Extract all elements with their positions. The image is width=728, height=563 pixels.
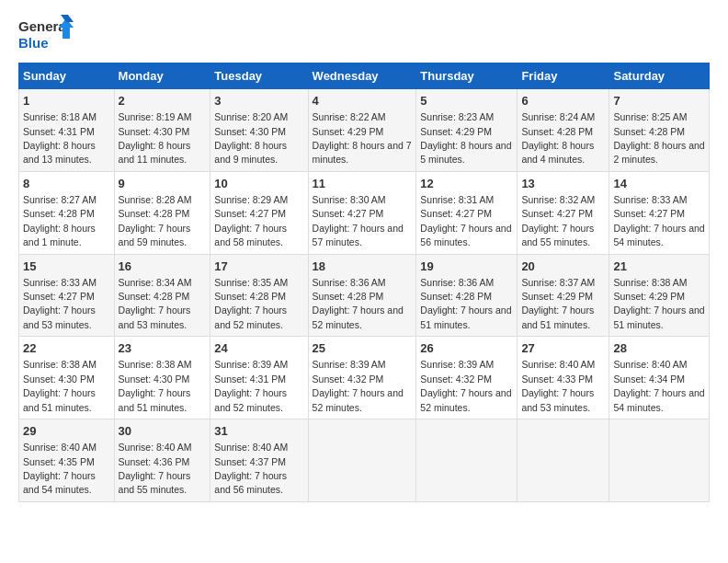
calendar-cell: 13 Sunrise: 8:32 AMSunset: 4:27 PMDaylig… xyxy=(518,171,609,254)
logo-svg: General Blue xyxy=(18,15,74,55)
day-info: Sunrise: 8:37 AMSunset: 4:29 PMDaylight:… xyxy=(521,277,595,330)
calendar-cell xyxy=(416,419,518,502)
day-number: 28 xyxy=(613,340,705,357)
calendar-cell: 18 Sunrise: 8:36 AMSunset: 4:28 PMDaylig… xyxy=(308,254,416,337)
day-number: 21 xyxy=(613,259,705,275)
calendar-cell: 7 Sunrise: 8:25 AMSunset: 4:28 PMDayligh… xyxy=(609,89,710,172)
week-row-1: 1 Sunrise: 8:18 AMSunset: 4:31 PMDayligh… xyxy=(19,89,710,172)
day-info: Sunrise: 8:39 AMSunset: 4:32 PMDaylight:… xyxy=(420,359,511,412)
calendar-cell: 5 Sunrise: 8:23 AMSunset: 4:29 PMDayligh… xyxy=(416,89,518,172)
week-row-5: 29 Sunrise: 8:40 AMSunset: 4:35 PMDaylig… xyxy=(19,419,710,502)
day-info: Sunrise: 8:38 AMSunset: 4:29 PMDaylight:… xyxy=(613,277,704,330)
day-info: Sunrise: 8:31 AMSunset: 4:27 PMDaylight:… xyxy=(420,194,511,247)
calendar-cell: 19 Sunrise: 8:36 AMSunset: 4:28 PMDaylig… xyxy=(416,254,518,337)
day-number: 16 xyxy=(119,259,207,275)
day-info: Sunrise: 8:38 AMSunset: 4:30 PMDaylight:… xyxy=(23,359,97,412)
day-info: Sunrise: 8:40 AMSunset: 4:35 PMDaylight:… xyxy=(23,442,97,495)
day-number: 17 xyxy=(214,259,303,275)
week-row-4: 22 Sunrise: 8:38 AMSunset: 4:30 PMDaylig… xyxy=(19,337,710,419)
calendar-cell: 4 Sunrise: 8:22 AMSunset: 4:29 PMDayligh… xyxy=(308,89,416,172)
day-info: Sunrise: 8:23 AMSunset: 4:29 PMDaylight:… xyxy=(420,111,511,165)
header-tuesday: Tuesday xyxy=(210,63,308,89)
calendar-cell: 9 Sunrise: 8:28 AMSunset: 4:28 PMDayligh… xyxy=(114,171,210,254)
day-number: 27 xyxy=(521,340,605,357)
day-info: Sunrise: 8:18 AMSunset: 4:31 PMDaylight:… xyxy=(23,111,97,165)
day-info: Sunrise: 8:40 AMSunset: 4:34 PMDaylight:… xyxy=(613,359,704,412)
day-number: 14 xyxy=(613,176,705,192)
calendar-cell xyxy=(518,419,609,502)
day-info: Sunrise: 8:40 AMSunset: 4:33 PMDaylight:… xyxy=(521,359,595,412)
day-info: Sunrise: 8:24 AMSunset: 4:28 PMDaylight:… xyxy=(521,111,595,165)
header-saturday: Saturday xyxy=(609,63,710,89)
day-number: 18 xyxy=(313,259,413,275)
logo: General Blue xyxy=(18,15,74,55)
day-number: 6 xyxy=(521,93,605,109)
day-number: 9 xyxy=(119,176,207,192)
header-friday: Friday xyxy=(518,63,609,89)
day-info: Sunrise: 8:28 AMSunset: 4:28 PMDaylight:… xyxy=(119,194,192,247)
calendar-table: SundayMondayTuesdayWednesdayThursdayFrid… xyxy=(18,63,710,502)
calendar-cell: 25 Sunrise: 8:39 AMSunset: 4:32 PMDaylig… xyxy=(308,337,416,419)
calendar-cell xyxy=(308,419,416,502)
header-wednesday: Wednesday xyxy=(308,63,416,89)
calendar-cell: 28 Sunrise: 8:40 AMSunset: 4:34 PMDaylig… xyxy=(609,337,710,419)
calendar-cell: 11 Sunrise: 8:30 AMSunset: 4:27 PMDaylig… xyxy=(308,171,416,254)
calendar-cell: 10 Sunrise: 8:29 AMSunset: 4:27 PMDaylig… xyxy=(210,171,308,254)
day-info: Sunrise: 8:27 AMSunset: 4:28 PMDaylight:… xyxy=(23,194,97,247)
day-number: 30 xyxy=(119,423,207,440)
day-number: 11 xyxy=(313,176,413,192)
day-info: Sunrise: 8:30 AMSunset: 4:27 PMDaylight:… xyxy=(313,194,404,247)
day-number: 26 xyxy=(420,340,513,357)
day-number: 25 xyxy=(313,340,413,357)
day-info: Sunrise: 8:35 AMSunset: 4:28 PMDaylight:… xyxy=(214,277,288,330)
calendar-cell: 3 Sunrise: 8:20 AMSunset: 4:30 PMDayligh… xyxy=(210,89,308,172)
day-number: 8 xyxy=(23,176,110,192)
header-sunday: Sunday xyxy=(19,63,115,89)
day-number: 19 xyxy=(420,259,513,275)
day-info: Sunrise: 8:22 AMSunset: 4:29 PMDaylight:… xyxy=(313,111,412,165)
day-number: 3 xyxy=(214,93,303,109)
day-number: 2 xyxy=(119,93,207,109)
header-row: SundayMondayTuesdayWednesdayThursdayFrid… xyxy=(19,63,710,89)
page-header: General Blue xyxy=(18,15,710,55)
calendar-cell: 14 Sunrise: 8:33 AMSunset: 4:27 PMDaylig… xyxy=(609,171,710,254)
header-thursday: Thursday xyxy=(416,63,518,89)
calendar-cell: 17 Sunrise: 8:35 AMSunset: 4:28 PMDaylig… xyxy=(210,254,308,337)
day-info: Sunrise: 8:33 AMSunset: 4:27 PMDaylight:… xyxy=(23,277,97,330)
day-info: Sunrise: 8:40 AMSunset: 4:37 PMDaylight:… xyxy=(214,442,288,495)
day-info: Sunrise: 8:39 AMSunset: 4:31 PMDaylight:… xyxy=(214,359,288,412)
calendar-cell: 6 Sunrise: 8:24 AMSunset: 4:28 PMDayligh… xyxy=(518,89,609,172)
calendar-cell: 23 Sunrise: 8:38 AMSunset: 4:30 PMDaylig… xyxy=(114,337,210,419)
day-number: 31 xyxy=(214,423,303,440)
calendar-cell: 15 Sunrise: 8:33 AMSunset: 4:27 PMDaylig… xyxy=(19,254,115,337)
day-number: 7 xyxy=(613,93,705,109)
calendar-cell: 16 Sunrise: 8:34 AMSunset: 4:28 PMDaylig… xyxy=(114,254,210,337)
day-number: 15 xyxy=(23,259,110,275)
day-number: 1 xyxy=(23,93,110,109)
day-number: 5 xyxy=(420,93,513,109)
calendar-cell: 1 Sunrise: 8:18 AMSunset: 4:31 PMDayligh… xyxy=(19,89,115,172)
calendar-cell: 2 Sunrise: 8:19 AMSunset: 4:30 PMDayligh… xyxy=(114,89,210,172)
day-number: 29 xyxy=(23,423,110,440)
calendar-cell: 26 Sunrise: 8:39 AMSunset: 4:32 PMDaylig… xyxy=(416,337,518,419)
day-info: Sunrise: 8:25 AMSunset: 4:28 PMDaylight:… xyxy=(613,111,704,165)
day-info: Sunrise: 8:29 AMSunset: 4:27 PMDaylight:… xyxy=(214,194,288,247)
day-info: Sunrise: 8:36 AMSunset: 4:28 PMDaylight:… xyxy=(313,277,404,330)
header-monday: Monday xyxy=(114,63,210,89)
day-number: 23 xyxy=(119,340,207,357)
day-info: Sunrise: 8:19 AMSunset: 4:30 PMDaylight:… xyxy=(119,111,192,165)
day-info: Sunrise: 8:36 AMSunset: 4:28 PMDaylight:… xyxy=(420,277,511,330)
calendar-cell: 12 Sunrise: 8:31 AMSunset: 4:27 PMDaylig… xyxy=(416,171,518,254)
calendar-cell xyxy=(609,419,710,502)
calendar-cell: 29 Sunrise: 8:40 AMSunset: 4:35 PMDaylig… xyxy=(19,419,115,502)
day-number: 4 xyxy=(313,93,413,109)
day-info: Sunrise: 8:34 AMSunset: 4:28 PMDaylight:… xyxy=(119,277,192,330)
day-info: Sunrise: 8:40 AMSunset: 4:36 PMDaylight:… xyxy=(119,442,192,495)
week-row-3: 15 Sunrise: 8:33 AMSunset: 4:27 PMDaylig… xyxy=(19,254,710,337)
calendar-cell: 21 Sunrise: 8:38 AMSunset: 4:29 PMDaylig… xyxy=(609,254,710,337)
day-number: 10 xyxy=(214,176,303,192)
day-info: Sunrise: 8:39 AMSunset: 4:32 PMDaylight:… xyxy=(313,359,404,412)
day-number: 13 xyxy=(521,176,605,192)
day-number: 20 xyxy=(521,259,605,275)
day-number: 22 xyxy=(23,340,110,357)
